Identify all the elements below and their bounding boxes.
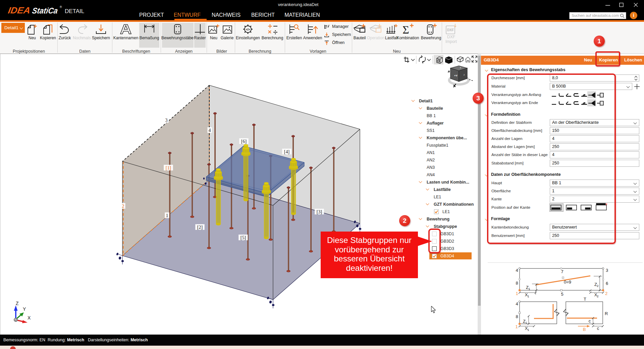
svg-text:Y: Y <box>23 306 26 312</box>
svg-text:R: R <box>605 311 608 316</box>
svg-text:[6]: [6] <box>241 139 247 144</box>
svg-text:0=9: 0=9 <box>564 280 571 285</box>
svg-text:4: 4 <box>516 301 518 306</box>
svg-text:2: 2 <box>605 291 607 296</box>
svg-text:4: 4 <box>516 268 518 273</box>
svg-text:DETAIL: DETAIL <box>65 8 84 14</box>
svg-text:1: 1 <box>527 328 529 332</box>
svg-text:T: T <box>584 297 586 302</box>
svg-text:8: 8 <box>516 314 518 319</box>
svg-text:2: 2 <box>597 295 598 298</box>
svg-text:DXF: DXF <box>447 28 454 32</box>
svg-text:X: X <box>28 315 31 320</box>
svg-text:1: 1 <box>528 287 530 291</box>
svg-text:1: 1 <box>515 324 518 329</box>
svg-text:1: 1 <box>166 213 168 218</box>
svg-text:c: c <box>597 326 599 331</box>
svg-text:+Y: +Y <box>454 74 458 77</box>
svg-text:7: 7 <box>561 269 563 274</box>
svg-text:Z: Z <box>16 301 19 306</box>
svg-text:®: ® <box>60 5 62 9</box>
svg-text:3: 3 <box>606 268 608 273</box>
svg-text:x: x <box>460 66 461 69</box>
svg-text:c: c <box>589 318 591 323</box>
svg-text:z: z <box>464 73 465 76</box>
svg-text:B: B <box>583 327 586 332</box>
svg-text:[3]: [3] <box>317 209 322 214</box>
svg-text:[4]: [4] <box>284 149 289 154</box>
svg-text:2: 2 <box>122 204 124 209</box>
svg-text:4: 4 <box>209 128 211 133</box>
svg-text:5: 5 <box>561 292 563 297</box>
svg-text:1: 1 <box>525 321 527 325</box>
svg-text:8: 8 <box>516 281 518 286</box>
svg-text:3: 3 <box>165 118 168 123</box>
svg-text:Σ: Σ <box>402 23 409 35</box>
svg-text:IDEA: IDEA <box>7 5 31 15</box>
svg-text:StatiCa: StatiCa <box>32 6 59 15</box>
svg-text:1: 1 <box>527 295 529 298</box>
svg-text:1: 1 <box>516 291 518 296</box>
svg-text:[5]: [5] <box>240 235 246 240</box>
svg-text:2: 2 <box>597 284 598 288</box>
svg-text:6: 6 <box>606 281 608 286</box>
svg-text:</>: </> <box>246 28 250 31</box>
svg-text:[2]: [2] <box>197 225 203 230</box>
svg-text:[1]: [1] <box>166 165 171 170</box>
